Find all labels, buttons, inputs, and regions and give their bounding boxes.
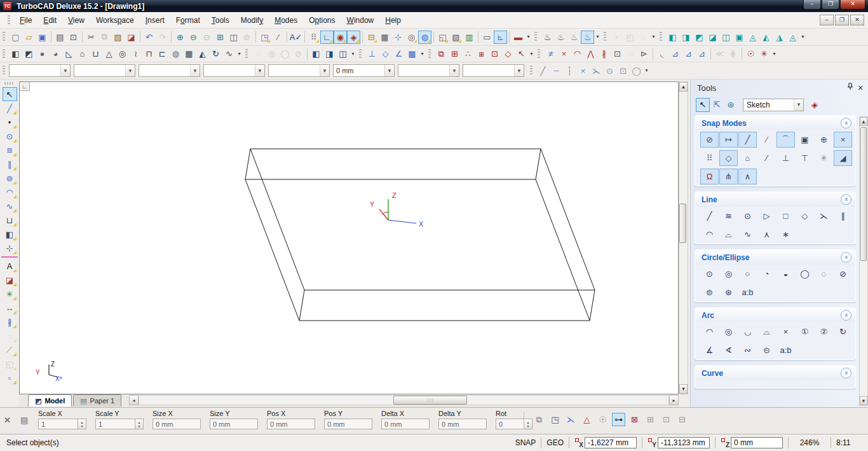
view-iso-ne-icon[interactable]: ◮ [773, 31, 786, 44]
view-right-icon[interactable]: ◪ [706, 31, 719, 44]
panel-scroll-up-arrow[interactable]: ▲ [860, 117, 867, 126]
chevron-down-icon[interactable]: ▼ [60, 65, 70, 76]
workplane-by-origin-icon[interactable]: ⊥ [365, 47, 379, 60]
field-input[interactable]: 0 mm [381, 419, 430, 429]
measure-tool-icon[interactable]: ⟋ [3, 343, 17, 357]
select-tool-icon[interactable]: ↖ [3, 87, 17, 101]
capped-cylinder-3d-icon[interactable]: ⊓ [142, 47, 156, 60]
snap-arc-center-icon[interactable]: ⌒ [776, 132, 795, 148]
field-input[interactable]: 0 mm [153, 419, 201, 429]
collapse-chevron-icon[interactable]: « [841, 118, 851, 128]
arc-center-radius-icon[interactable]: ◠ [700, 324, 719, 340]
pen-edit-icon[interactable]: ∕ [271, 31, 285, 44]
explode-icon[interactable]: ⊳ [637, 47, 651, 60]
edit-hatch-icon[interactable]: ▧ [449, 31, 463, 44]
deform-wheel-icon[interactable]: ✳ [757, 47, 771, 60]
trim-icon[interactable]: ≠ [544, 47, 557, 60]
toolbar-overflow-icon[interactable]: ▾ [650, 31, 657, 44]
grid-handles-icon[interactable]: ⊞ [644, 413, 657, 426]
arc-triple-point-icon[interactable]: ⌓ [757, 324, 776, 340]
copy-array-3d-icon[interactable]: ⊡ [488, 47, 501, 60]
cut-icon[interactable]: ✂ [85, 31, 98, 44]
line-perpendicular-icon[interactable]: ⋋ [815, 208, 833, 224]
menu-file[interactable]: File [14, 13, 37, 27]
copy-vector-icon[interactable]: ◇ [501, 47, 515, 60]
horizontal-scroll-thumb[interactable]: ∷∷ [393, 396, 467, 405]
snap-fill-toggle-icon[interactable]: ◈ [347, 31, 360, 44]
snap-indicator[interactable]: SNAP [515, 438, 536, 447]
mdi-close-button[interactable]: ✕ [850, 15, 864, 25]
pin-icon[interactable] [845, 83, 855, 93]
paste-icon[interactable]: ▨ [111, 31, 125, 44]
tab-model[interactable]: ◩ Model [28, 394, 72, 406]
menu-insert[interactable]: Insert [140, 13, 170, 27]
handle-settings-1-icon[interactable]: ⊡ [660, 413, 673, 426]
menu-edit[interactable]: Edit [37, 13, 62, 27]
ellipse-rotated-icon[interactable]: ⊛ [719, 284, 738, 300]
menu-window[interactable]: Window [341, 13, 380, 27]
cone-3d-icon[interactable]: △ [102, 47, 116, 60]
circle-concentric-icon[interactable]: ◎ [719, 266, 738, 282]
line-tangent-from-arc-icon[interactable]: ⌓ [719, 226, 738, 242]
text-tool-icon[interactable]: A [3, 259, 17, 273]
extract-face-icon[interactable]: ◱ [436, 31, 449, 44]
snap-quadrant-icon[interactable]: ▣ [796, 132, 814, 148]
print-icon[interactable]: ▤ [53, 31, 67, 44]
panel-scroll-down-arrow[interactable]: ▼ [860, 396, 867, 405]
arc-complement-icon[interactable]: ↻ [834, 324, 852, 340]
line-polygon-icon[interactable]: ⊙ [738, 208, 757, 224]
circle-tangent-2-icon[interactable]: ◯ [796, 266, 814, 282]
shrink-extend-icon[interactable]: ∦ [597, 47, 611, 60]
line-single-icon[interactable]: ╱ [700, 208, 719, 224]
spinner-icon[interactable]: ▲▼ [135, 419, 143, 429]
workspace-folder-icon[interactable]: ⊟ [365, 31, 378, 44]
edit-segment-icon[interactable]: ⊿ [695, 47, 709, 60]
circle-rotated-icon[interactable]: ⊘ [834, 266, 852, 282]
split-mode-icon[interactable]: ┆ [563, 64, 576, 78]
format-painter-icon[interactable]: ◪ [125, 31, 138, 44]
snap-ortho-icon[interactable]: ⋔ [719, 169, 738, 184]
extrude-3d-icon[interactable]: ⊏ [156, 47, 169, 60]
round-corner-icon[interactable]: ◟ [655, 47, 668, 60]
edit-node-icon[interactable]: ⊿ [682, 47, 695, 60]
toolbar-overflow-icon[interactable]: ▾ [236, 47, 243, 60]
z-coordinate-field[interactable]: 0 mm [731, 437, 783, 448]
rectangle-tool-icon[interactable]: ⧈ [3, 143, 17, 157]
toolbar-overflow-icon[interactable]: ▾ [771, 47, 778, 60]
select-frame-tool-icon[interactable]: ▫ [3, 371, 17, 385]
view-bottom-icon[interactable]: ▣ [733, 31, 746, 44]
meet-2-lines-icon[interactable]: × [557, 47, 571, 60]
push-selector-icon[interactable]: ☉ [596, 413, 609, 426]
zoom-extents-icon[interactable]: ⊞ [214, 31, 227, 44]
arc-tan-to-line-icon[interactable]: ∢ [719, 342, 738, 358]
panel-node-edit-tool-icon[interactable]: ⇱ [710, 98, 724, 112]
style-set-dropdown[interactable]: Sketch ▼ [743, 99, 804, 111]
field-input[interactable]: 0 mm [324, 419, 372, 429]
mesh-3d-icon[interactable]: ▦ [182, 47, 196, 60]
snap-middle-point-icon[interactable]: ∕ [757, 132, 776, 148]
y-coordinate-field[interactable]: -11,3123 mm [658, 437, 710, 448]
collapse-chevron-icon[interactable]: « [841, 310, 851, 321]
snap-center-extents-icon[interactable]: ⊕ [815, 132, 833, 148]
spinner-icon[interactable]: ▲▼ [78, 419, 86, 429]
style-combo-1[interactable]: ▼ [9, 64, 71, 77]
view-iso-nw-icon[interactable]: ◬ [786, 31, 799, 44]
style-combo-3[interactable]: ▼ [139, 64, 200, 77]
cube-selector-icon[interactable]: ◳ [548, 413, 562, 426]
field-input[interactable]: 0 mm [438, 419, 487, 429]
sphere-3d-icon[interactable]: ● [36, 47, 49, 60]
scroll-up-arrow[interactable]: ▲ [679, 82, 688, 92]
scroll-down-arrow[interactable]: ▼ [679, 384, 688, 394]
collapse-chevron-icon[interactable]: « [841, 368, 851, 378]
trim-tool-icon[interactable]: ∦ [3, 315, 17, 329]
style-combo-7[interactable]: ▼ [398, 64, 459, 77]
line-tangent-2-arcs-icon[interactable]: ∿ [738, 226, 757, 242]
menu-view[interactable]: View [62, 13, 90, 27]
new-view-icon[interactable]: ▭ [480, 31, 494, 44]
workplane-by-3-points-icon[interactable]: ◇ [379, 47, 392, 60]
circle-center-point-icon[interactable]: ⊙ [700, 266, 719, 282]
no-selection-icon[interactable]: ⊠ [628, 413, 641, 426]
stamp-selector-icon[interactable]: ⊶ [612, 413, 625, 426]
line-tangent-to-arc-icon[interactable]: ◠ [700, 226, 719, 242]
node-selector-icon[interactable]: ⋋ [564, 413, 578, 426]
